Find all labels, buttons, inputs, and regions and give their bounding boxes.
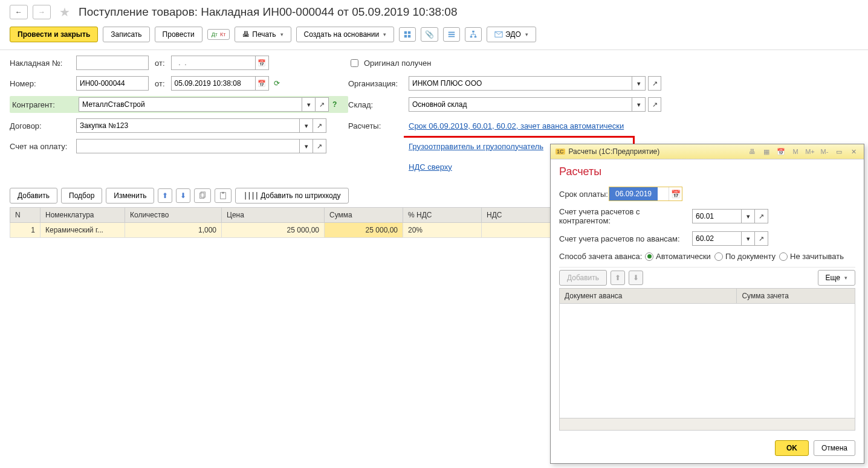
paste-icon xyxy=(219,191,227,200)
contract-dropdown[interactable]: ▾ xyxy=(300,118,313,133)
counterparty-dropdown[interactable]: ▾ xyxy=(302,97,316,112)
acct-advance-input[interactable] xyxy=(692,231,742,246)
print-icon[interactable]: 🖶 xyxy=(747,147,757,156)
dialog-titlebar: 1C Расчеты (1С:Предприятие) 🖶 ▦ 📅 M M+ M… xyxy=(551,144,864,159)
settlements-link[interactable]: Срок 06.09.2019, 60.01, 60.02, зачет ава… xyxy=(409,121,624,130)
cell-sum: 25 000,00 xyxy=(325,223,403,238)
table-add-button[interactable]: Добавить xyxy=(10,188,57,204)
dt-kt-button[interactable]: ДтКт xyxy=(207,29,230,40)
invoice-no-input[interactable] xyxy=(76,56,149,70)
warehouse-dropdown[interactable]: ▾ xyxy=(632,97,646,112)
acct-cp-open[interactable]: ↗ xyxy=(755,209,768,223)
svg-rect-14 xyxy=(222,192,225,194)
calendar-button[interactable]: 📅 xyxy=(256,56,269,70)
radio-none[interactable]: Не зачитывать xyxy=(779,252,844,261)
create-based-button[interactable]: Создать на основании ▾ xyxy=(296,27,395,42)
svg-rect-0 xyxy=(404,31,407,34)
refresh-icon[interactable]: ⟳ xyxy=(274,79,280,88)
print-label: Печать xyxy=(252,30,276,39)
barcode-label: Добавить по штрихкоду xyxy=(261,191,340,200)
acct-adv-dropdown[interactable]: ▾ xyxy=(742,231,755,246)
memory-m[interactable]: M xyxy=(790,147,801,156)
reports-button[interactable] xyxy=(399,27,416,42)
original-received-checkbox[interactable] xyxy=(351,59,358,67)
cell-nomenclature: Керамический г... xyxy=(40,223,125,238)
org-open[interactable]: ↗ xyxy=(648,76,661,91)
acct-counterparty-input[interactable] xyxy=(692,209,742,223)
move-up-button[interactable]: ⬆ xyxy=(158,188,172,203)
number-date-input[interactable] xyxy=(171,76,256,91)
paste-button[interactable] xyxy=(215,188,232,203)
counterparty-input[interactable] xyxy=(79,97,302,112)
consignor-link[interactable]: Грузоотправитель и грузополучатель xyxy=(409,142,543,151)
dlg-more-button[interactable]: Еще ▾ xyxy=(818,270,855,286)
grid-icon[interactable]: ▦ xyxy=(761,147,772,156)
barcode-button[interactable]: |||| Добавить по штрихкоду xyxy=(235,188,348,204)
original-received-label: Оригинал получен xyxy=(364,59,431,68)
invoice-date-input[interactable] xyxy=(171,56,256,70)
warehouse-input[interactable] xyxy=(409,97,632,112)
memory-mminus[interactable]: M- xyxy=(819,147,830,156)
copy-button[interactable] xyxy=(194,188,211,203)
radio-bydoc[interactable]: По документу xyxy=(714,252,776,261)
calendar-button-2[interactable]: 📅 xyxy=(256,76,269,91)
from-label-1: от: xyxy=(155,59,165,68)
acct-adv-open[interactable]: ↗ xyxy=(755,231,768,246)
star-icon[interactable]: ★ xyxy=(59,5,70,19)
svg-rect-2 xyxy=(404,35,407,37)
settlements-dialog: 1C Расчеты (1С:Предприятие) 🖶 ▦ 📅 M M+ M… xyxy=(550,144,864,464)
contract-open[interactable]: ↗ xyxy=(313,118,326,133)
table-change-button[interactable]: Изменить xyxy=(106,188,154,204)
contract-input[interactable] xyxy=(76,118,300,133)
account-dropdown[interactable]: ▾ xyxy=(300,139,313,153)
hierarchy-icon xyxy=(469,30,478,39)
col-vatpct: % НДС xyxy=(403,208,482,223)
help-icon[interactable]: ? xyxy=(332,100,337,109)
cell-n: 1 xyxy=(10,223,40,238)
payment-term-input[interactable] xyxy=(609,187,658,200)
table-pick-button[interactable]: Подбор xyxy=(61,188,102,204)
attach-button[interactable]: 📎 xyxy=(421,27,438,42)
warehouse-label: Склад: xyxy=(348,100,409,109)
radio-circle-icon xyxy=(779,252,788,261)
write-button[interactable]: Записать xyxy=(103,27,149,42)
barcode-icon: |||| xyxy=(243,191,258,200)
ok-button[interactable]: OK xyxy=(775,440,809,456)
calendar-icon[interactable]: 📅 xyxy=(776,147,786,156)
nav-forward-button[interactable]: → xyxy=(33,5,51,19)
nav-back-button[interactable]: ← xyxy=(10,5,28,19)
acct-counterparty-label: Счет учета расчетов с контрагентом: xyxy=(559,207,692,225)
calendar-button-dlg[interactable]: 📅 xyxy=(669,187,682,200)
post-and-close-button[interactable]: Провести и закрыть xyxy=(10,27,98,42)
minimize-button[interactable]: ▭ xyxy=(834,147,844,156)
account-open[interactable]: ↗ xyxy=(313,139,326,153)
payment-term-field: 📅 xyxy=(609,187,682,201)
dlg-down-button: ⬇ xyxy=(629,271,643,285)
empty-body xyxy=(560,304,855,418)
warehouse-open[interactable]: ↗ xyxy=(648,97,661,112)
number-label: Номер: xyxy=(10,79,76,88)
cell-vatpct: 20% xyxy=(403,223,482,238)
memory-mplus[interactable]: M+ xyxy=(805,147,815,156)
svg-rect-3 xyxy=(408,35,410,37)
main-toolbar: Провести и закрыть Записать Провести ДтК… xyxy=(0,24,868,50)
radio-auto[interactable]: Автоматически xyxy=(645,252,711,261)
cancel-button[interactable]: Отмена xyxy=(814,440,855,456)
print-button[interactable]: 🖶 Печать ▾ xyxy=(235,27,291,42)
number-input[interactable] xyxy=(76,76,149,91)
close-button[interactable]: ✕ xyxy=(848,147,859,156)
org-dropdown[interactable]: ▾ xyxy=(632,76,646,91)
acct-cp-dropdown[interactable]: ▾ xyxy=(742,209,755,223)
counterparty-open[interactable]: ↗ xyxy=(316,97,329,112)
account-input[interactable] xyxy=(76,139,300,153)
list-button[interactable] xyxy=(443,27,460,42)
settlements-label: Расчеты: xyxy=(348,121,409,130)
move-down-button[interactable]: ⬇ xyxy=(176,188,190,203)
page-title: Поступление товаров: Накладная ИН00-0000… xyxy=(79,5,457,19)
post-button[interactable]: Провести xyxy=(155,27,202,42)
structure-button[interactable] xyxy=(465,27,482,42)
edo-button[interactable]: ЭДО ▾ xyxy=(487,27,536,42)
vat-link[interactable]: НДС сверху xyxy=(409,162,452,171)
dlg-add-button: Добавить xyxy=(559,270,607,286)
org-input[interactable] xyxy=(409,76,632,91)
